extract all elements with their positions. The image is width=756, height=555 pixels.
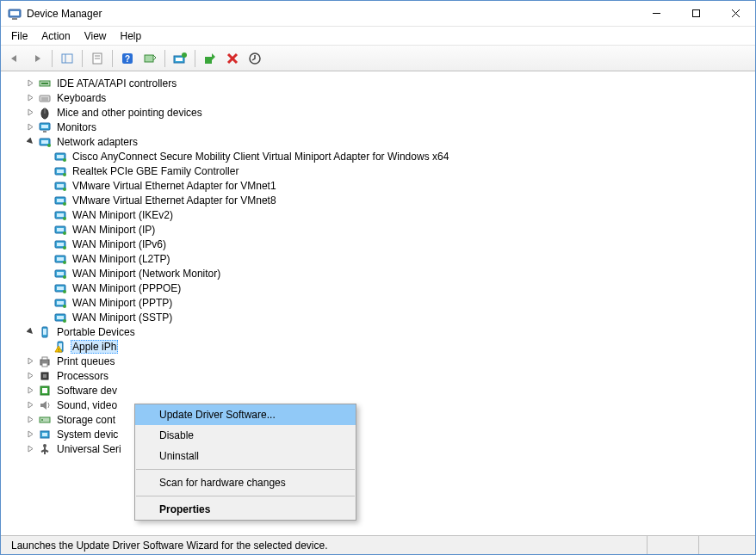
tree-node-label: Print queues xyxy=(55,355,116,368)
svg-point-58 xyxy=(63,261,66,264)
svg-rect-16 xyxy=(176,58,183,61)
device-tree[interactable]: IDE ATA/ATAPI controllersKeyboardsMice a… xyxy=(1,72,755,535)
software-icon xyxy=(38,384,52,398)
tree-node[interactable]: Cisco AnyConnect Secure Mobility Client … xyxy=(4,149,755,163)
tree-node[interactable]: WAN Miniport (IPv6) xyxy=(4,237,755,251)
tree-node-label: Cisco AnyConnect Secure Mobility Client … xyxy=(71,150,450,163)
properties-button[interactable] xyxy=(87,48,108,69)
menu-action[interactable]: Action xyxy=(34,28,77,44)
svg-point-70 xyxy=(63,319,66,323)
tree-node[interactable]: WAN Miniport (Network Monitor) xyxy=(4,266,755,281)
svg-rect-86 xyxy=(42,433,47,436)
tree-node[interactable]: IDE ATA/ATAPI controllers xyxy=(4,76,755,90)
context-menu-item[interactable]: Uninstall xyxy=(135,446,356,466)
tree-node-label: Network adapters xyxy=(55,135,139,149)
expand-icon[interactable] xyxy=(25,399,36,410)
tree-node[interactable]: Realtek PCIe GBE Family Controller xyxy=(4,163,755,178)
network-icon xyxy=(53,223,67,237)
context-menu-item[interactable]: Properties xyxy=(135,499,356,520)
show-hide-console-button[interactable] xyxy=(57,48,77,69)
context-menu-item[interactable]: Scan for hardware changes xyxy=(135,472,356,493)
svg-rect-36 xyxy=(57,155,64,158)
scan-hardware-button[interactable] xyxy=(139,48,160,69)
content-area: IDE ATA/ATAPI controllersKeyboardsMice a… xyxy=(1,71,755,535)
tree-node[interactable]: Monitors xyxy=(4,120,755,134)
expand-icon[interactable] xyxy=(25,121,36,133)
tree-node[interactable]: VMware Virtual Ethernet Adapter for VMne… xyxy=(4,193,755,207)
svg-point-84 xyxy=(41,419,43,421)
tree-node-label: Apple iPh xyxy=(71,340,118,354)
expand-icon[interactable] xyxy=(25,385,36,396)
svg-point-40 xyxy=(63,173,66,176)
back-button[interactable] xyxy=(4,48,25,69)
tree-node[interactable]: VMware Virtual Ethernet Adapter for VMne… xyxy=(4,178,755,193)
tree-node-label: Software dev xyxy=(55,384,119,398)
expand-icon[interactable] xyxy=(25,107,36,118)
tree-node[interactable]: Processors xyxy=(4,368,755,383)
tree-node[interactable]: WAN Miniport (IKEv2) xyxy=(4,207,755,222)
context-menu-item[interactable]: Disable xyxy=(135,425,356,446)
svg-text:?: ? xyxy=(125,54,130,64)
tree-node[interactable]: Keyboards xyxy=(4,90,755,105)
expand-icon[interactable] xyxy=(25,429,36,440)
tree-node[interactable]: Sound, video xyxy=(4,398,755,412)
tree-node-label: WAN Miniport (IKEv2) xyxy=(71,208,175,222)
svg-rect-66 xyxy=(57,301,64,305)
help-button[interactable]: ? xyxy=(117,48,138,69)
expand-icon[interactable] xyxy=(25,443,36,454)
svg-rect-78 xyxy=(42,363,47,367)
system-icon xyxy=(38,428,52,441)
context-menu-item[interactable]: Update Driver Software... xyxy=(135,404,356,425)
network-icon xyxy=(53,150,67,163)
svg-point-17 xyxy=(182,52,187,58)
expand-icon[interactable] xyxy=(25,370,36,381)
toolbar: ? xyxy=(1,46,755,71)
tree-node-label: WAN Miniport (L2TP) xyxy=(71,252,172,266)
network-icon xyxy=(53,237,67,251)
tree-node[interactable]: System devic xyxy=(4,427,755,441)
svg-rect-48 xyxy=(57,213,64,217)
svg-rect-45 xyxy=(57,199,64,202)
tree-node[interactable]: WAN Miniport (IP) xyxy=(4,222,755,237)
tree-node[interactable]: Universal Seri xyxy=(4,441,755,456)
close-button[interactable] xyxy=(716,1,755,26)
tree-node[interactable]: !Apple iPh xyxy=(4,339,755,354)
collapse-icon[interactable] xyxy=(25,136,36,147)
expand-icon[interactable] xyxy=(25,92,36,103)
action5-button[interactable] xyxy=(245,48,265,69)
tree-node-label: VMware Virtual Ethernet Adapter for VMne… xyxy=(71,194,278,207)
tree-node[interactable]: Print queues xyxy=(4,354,755,368)
menu-file[interactable]: File xyxy=(4,28,34,44)
update-driver-button[interactable] xyxy=(170,48,190,69)
tree-node[interactable]: Storage cont xyxy=(4,412,755,427)
tree-node[interactable]: WAN Miniport (PPTP) xyxy=(4,295,755,310)
maximize-button[interactable] xyxy=(676,1,716,26)
expand-icon[interactable] xyxy=(25,414,36,425)
tree-node[interactable]: Portable Devices xyxy=(4,324,755,339)
svg-rect-31 xyxy=(43,131,46,133)
uninstall-button[interactable] xyxy=(222,48,243,69)
phone-warn-icon: ! xyxy=(53,340,67,354)
tree-node[interactable]: WAN Miniport (L2TP) xyxy=(4,251,755,266)
menu-separator xyxy=(136,469,355,470)
disable-button[interactable] xyxy=(200,48,220,69)
expand-icon[interactable] xyxy=(25,77,36,89)
svg-rect-18 xyxy=(205,57,212,64)
tree-node[interactable]: WAN Miniport (SSTP) xyxy=(4,310,755,324)
statusbar: Launches the Update Driver Software Wiza… xyxy=(1,535,755,554)
svg-point-34 xyxy=(47,144,51,147)
menu-help[interactable]: Help xyxy=(114,28,149,44)
collapse-icon[interactable] xyxy=(25,326,36,337)
tree-node[interactable]: Software dev xyxy=(4,383,755,398)
svg-rect-7 xyxy=(62,54,72,63)
svg-rect-72 xyxy=(43,329,46,335)
minimize-button[interactable] xyxy=(636,1,676,26)
network-icon xyxy=(53,296,67,310)
tree-node[interactable]: Network adapters xyxy=(4,134,755,149)
tree-node[interactable]: Mice and other pointing devices xyxy=(4,105,755,120)
menu-view[interactable]: View xyxy=(77,28,114,44)
expand-icon[interactable] xyxy=(25,355,36,367)
forward-button[interactable] xyxy=(27,48,47,69)
device-manager-window: Device Manager File Action View Help ? I… xyxy=(0,0,756,555)
tree-node[interactable]: WAN Miniport (PPPOE) xyxy=(4,281,755,295)
